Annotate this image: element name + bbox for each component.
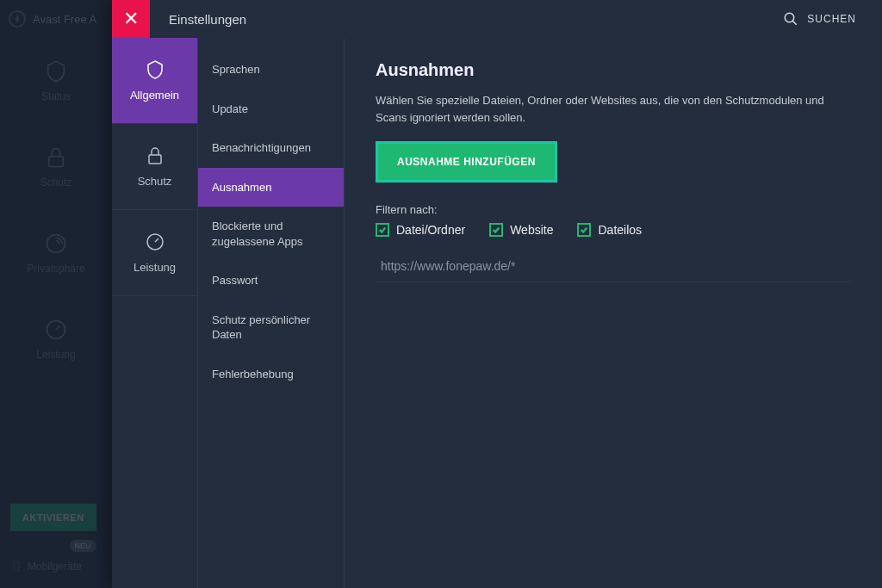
settings-modal: ✕ Einstellungen SUCHEN Allgemein Schutz … xyxy=(112,0,882,588)
mobile-icon xyxy=(10,560,22,573)
svg-rect-0 xyxy=(49,157,63,167)
app-title: Avast Free A xyxy=(33,13,96,26)
lock-icon xyxy=(145,145,165,166)
category-allgemein[interactable]: Allgemein xyxy=(112,38,197,124)
exception-row[interactable]: https://www.fonepaw.de/* xyxy=(376,251,851,282)
search-button[interactable]: SUCHEN xyxy=(783,11,882,27)
checkbox-checked-icon xyxy=(376,223,389,237)
close-button[interactable]: ✕ xyxy=(112,0,150,38)
filter-label: Filtern nach: xyxy=(376,203,851,216)
sub-item-benachrichtigungen[interactable]: Benachrichtigungen xyxy=(198,128,344,168)
nav-label: Status xyxy=(41,90,71,102)
filter-option-label: Website xyxy=(510,223,553,237)
sub-item-sprachen[interactable]: Sprachen xyxy=(198,50,344,90)
sub-item-schutz-daten[interactable]: Schutz persönlicher Daten xyxy=(198,300,344,355)
nav-item-leistung[interactable]: Leistung xyxy=(0,296,112,382)
content-heading: Ausnahmen xyxy=(376,60,851,80)
modal-body: Allgemein Schutz Leistung Sprachen Updat… xyxy=(112,38,882,588)
lock-icon xyxy=(44,145,68,170)
content-description: Wählen Sie spezielle Dateien, Ordner ode… xyxy=(376,92,851,126)
gauge-icon xyxy=(145,232,165,252)
nav-label: Privatsphäre xyxy=(27,263,84,275)
close-icon: ✕ xyxy=(123,8,139,30)
mobile-devices-link[interactable]: Mobilgeräte xyxy=(10,560,96,573)
nav-label: Schutz xyxy=(40,176,72,189)
app-header: Avast Free A xyxy=(0,0,112,38)
shield-outline-icon xyxy=(145,59,165,80)
sub-nav: Sprachen Update Benachrichtigungen Ausna… xyxy=(198,38,345,588)
left-sidebar: Avast Free A Status Schutz Privatsphäre … xyxy=(0,0,112,588)
category-label: Allgemein xyxy=(130,89,179,102)
shield-icon xyxy=(44,59,68,84)
fingerprint-icon xyxy=(44,232,68,256)
nav-item-status[interactable]: Status xyxy=(0,38,112,124)
filter-dateilos[interactable]: Dateilos xyxy=(577,223,642,237)
filter-option-label: Datei/Ordner xyxy=(396,223,465,237)
filter-datei-ordner[interactable]: Datei/Ordner xyxy=(376,223,465,237)
neu-badge: NEU xyxy=(70,540,96,552)
filter-row: Datei/Ordner Website Dateilos xyxy=(376,223,851,237)
content-panel: Ausnahmen Wählen Sie spezielle Dateien, … xyxy=(345,38,882,588)
filter-option-label: Dateilos xyxy=(598,223,642,237)
checkbox-checked-icon xyxy=(489,223,503,237)
sub-item-update[interactable]: Update xyxy=(198,90,344,129)
search-label: SUCHEN xyxy=(807,13,856,25)
nav-label: Leistung xyxy=(36,349,75,361)
category-label: Leistung xyxy=(134,261,176,274)
activate-button[interactable]: AKTIVIEREN xyxy=(10,504,96,531)
sub-item-blockierte-apps[interactable]: Blockierte und zugelassene Apps xyxy=(198,207,344,261)
category-leistung[interactable]: Leistung xyxy=(112,210,197,296)
sub-item-passwort[interactable]: Passwort xyxy=(198,261,344,300)
svg-point-4 xyxy=(786,13,795,22)
modal-header: ✕ Einstellungen SUCHEN xyxy=(112,0,882,38)
nav-item-schutz[interactable]: Schutz xyxy=(0,124,112,210)
filter-website[interactable]: Website xyxy=(489,223,553,237)
category-label: Schutz xyxy=(138,175,172,188)
modal-title: Einstellungen xyxy=(150,12,783,27)
category-nav: Allgemein Schutz Leistung xyxy=(112,38,198,588)
exception-list: https://www.fonepaw.de/* xyxy=(376,251,851,282)
gauge-icon xyxy=(44,318,68,342)
svg-rect-5 xyxy=(149,155,161,164)
category-schutz[interactable]: Schutz xyxy=(112,124,197,210)
sub-item-ausnahmen[interactable]: Ausnahmen xyxy=(198,168,344,207)
search-icon xyxy=(783,11,798,27)
avast-logo-icon xyxy=(9,10,26,28)
svg-rect-3 xyxy=(14,562,19,572)
add-exception-button[interactable]: AUSNAHME HINZUFÜGEN xyxy=(376,141,557,183)
nav-item-privatsphaere[interactable]: Privatsphäre xyxy=(0,210,112,296)
checkbox-checked-icon xyxy=(577,223,591,237)
sub-item-fehlerbehebung[interactable]: Fehlerbehebung xyxy=(198,355,344,394)
